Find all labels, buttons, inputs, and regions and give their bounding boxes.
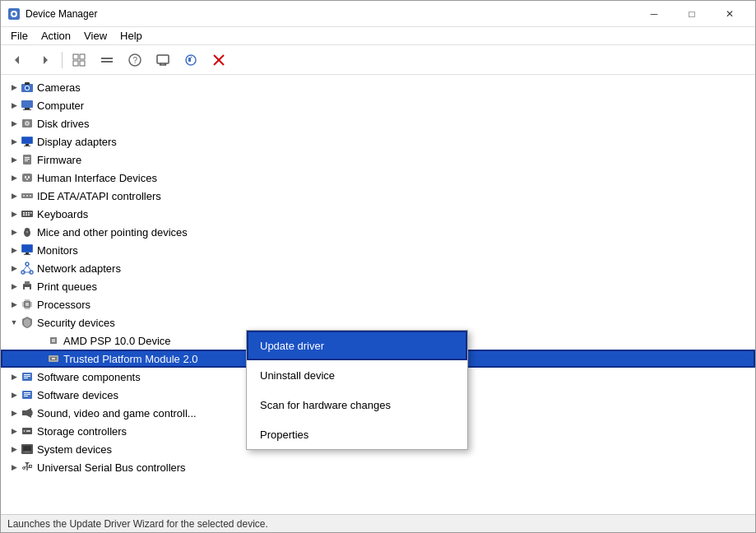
tree-item-monitors[interactable]: ▶ Monitors [1, 241, 755, 259]
svg-marker-4 [44, 56, 48, 64]
svg-rect-37 [25, 157, 30, 158]
window-icon [7, 7, 21, 21]
tree-item-hid[interactable]: ▶ Human Interface Devices [1, 169, 755, 187]
svg-rect-53 [23, 215, 25, 216]
svg-rect-98 [24, 394, 30, 395]
keyboard-icon [21, 207, 34, 220]
svg-marker-19 [191, 56, 192, 58]
tree-item-computer[interactable]: ▶ Computer [1, 96, 755, 114]
svg-rect-97 [24, 392, 30, 393]
tree-item-mice[interactable]: ▶ Mice and other pointing devices [1, 223, 755, 241]
toolbar-expand-all[interactable] [66, 49, 92, 72]
tree-item-security[interactable]: ▼ Security devices [1, 313, 755, 331]
svg-rect-88 [52, 339, 55, 342]
toolbar-collapse-all[interactable] [94, 49, 120, 72]
svg-rect-104 [26, 430, 30, 432]
toolbar-device-view[interactable] [150, 49, 176, 72]
expand-icon-security: ▼ [7, 316, 21, 329]
svg-rect-74 [26, 303, 29, 306]
svg-rect-100 [22, 410, 26, 415]
expand-icon-keyboards: ▶ [7, 207, 21, 220]
expand-icon-usb: ▶ [7, 461, 21, 474]
keyboards-label: Keyboards [37, 208, 88, 220]
svg-marker-3 [15, 56, 19, 64]
context-menu-update-driver[interactable]: Update driver [247, 331, 467, 360]
device-manager-window: Device Manager ─ □ ✕ File Action View He… [0, 0, 756, 533]
menu-view[interactable]: View [77, 28, 114, 44]
svg-rect-62 [26, 253, 29, 254]
expand-icon-storage: ▶ [7, 424, 21, 438]
svg-rect-48 [21, 211, 33, 217]
menu-action[interactable]: Action [35, 28, 77, 44]
expand-icon-hid: ▶ [7, 171, 21, 184]
maximize-button[interactable]: □ [673, 1, 711, 27]
monitor-icon [21, 243, 34, 257]
context-menu-properties[interactable]: Properties [247, 419, 467, 449]
expand-icon-processors: ▶ [7, 298, 21, 311]
svg-rect-10 [101, 61, 113, 63]
svg-marker-109 [25, 462, 30, 465]
svg-rect-38 [25, 159, 30, 160]
mice-label: Mice and other pointing devices [37, 226, 188, 239]
hid-label: Human Interface Devices [37, 172, 157, 184]
toolbar-forward[interactable] [32, 49, 58, 72]
svg-rect-41 [25, 176, 26, 178]
svg-rect-54 [26, 215, 27, 216]
svg-rect-99 [24, 396, 28, 396]
sound-label: Sound, video and game controll... [37, 407, 197, 419]
svg-rect-71 [25, 281, 30, 285]
expand-icon-monitors: ▶ [7, 243, 21, 257]
softdev-label: Software devices [37, 389, 118, 401]
window-title: Device Manager [26, 8, 635, 20]
tree-item-ide[interactable]: ▶ IDE ATA/ATAPI controllers [1, 187, 755, 205]
svg-point-103 [24, 430, 26, 432]
tree-item-network[interactable]: ▶ Network adapters [1, 259, 755, 277]
sound-icon [21, 406, 34, 419]
toolbar-update[interactable] [178, 49, 204, 72]
svg-rect-61 [22, 245, 32, 252]
tree-item-keyboards[interactable]: ▶ Keyboards [1, 205, 755, 223]
status-text: Launches the Update Driver Wizard for th… [7, 518, 268, 530]
storage-icon [21, 424, 34, 438]
close-button[interactable]: ✕ [711, 1, 749, 27]
tree-item-disk[interactable]: ▶ Disk drives [1, 114, 755, 132]
toolbar-remove[interactable] [206, 49, 232, 72]
svg-rect-40 [22, 174, 32, 182]
svg-rect-51 [28, 212, 30, 214]
svg-rect-9 [101, 58, 113, 59]
svg-rect-106 [23, 446, 31, 451]
svg-line-67 [23, 266, 27, 271]
expand-icon-cameras: ▶ [7, 81, 21, 94]
menu-file[interactable]: File [4, 28, 35, 44]
svg-line-68 [27, 266, 31, 271]
context-menu-scan-hardware[interactable]: Scan for hardware changes [247, 390, 467, 419]
softcomp-label: Software components [37, 371, 141, 383]
svg-point-31 [26, 123, 28, 124]
svg-rect-93 [24, 374, 30, 375]
tree-item-usb[interactable]: ▶ Universal Serial Bus controllers [1, 458, 755, 476]
expand-icon-softcomp: ▶ [7, 370, 21, 383]
svg-point-2 [12, 12, 16, 16]
tree-item-print[interactable]: ▶ Print queues [1, 277, 755, 295]
expand-icon-ide: ▶ [7, 189, 21, 202]
tree-item-firmware[interactable]: ▶ Firmware [1, 151, 755, 169]
menu-help[interactable]: Help [114, 28, 149, 44]
svg-rect-50 [26, 212, 27, 214]
usb-label: Universal Serial Bus controllers [37, 461, 186, 474]
context-menu-uninstall-device[interactable]: Uninstall device [247, 360, 467, 390]
expand-icon-softdev: ▶ [7, 388, 21, 401]
toolbar-back[interactable] [4, 49, 30, 72]
svg-marker-101 [26, 408, 31, 418]
expand-icon-computer: ▶ [7, 99, 21, 112]
tree-item-cameras[interactable]: ▶ Cameras [1, 78, 755, 96]
tree-item-processors[interactable]: ▶ [1, 295, 755, 313]
tpm-icon [47, 352, 60, 365]
toolbar-help[interactable]: ? [122, 49, 148, 72]
expand-icon-mice: ▶ [7, 225, 21, 239]
toolbar: ? [1, 45, 755, 75]
svg-text:?: ? [133, 56, 138, 65]
device-tree[interactable]: ▶ Cameras ▶ [1, 75, 755, 514]
minimize-button[interactable]: ─ [635, 1, 673, 27]
svg-rect-72 [25, 287, 30, 290]
tree-item-display[interactable]: ▶ Display adapters [1, 132, 755, 151]
